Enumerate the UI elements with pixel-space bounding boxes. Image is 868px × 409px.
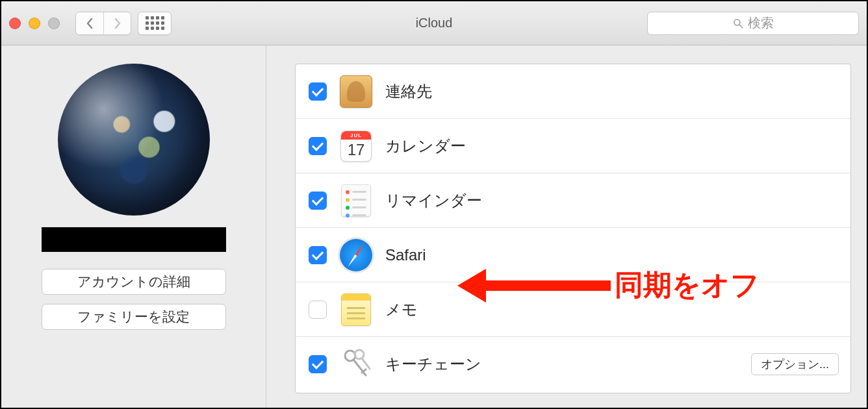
service-row-notes: メモ bbox=[296, 282, 850, 337]
service-row-keychain: キーチェーンオプション... bbox=[296, 337, 850, 391]
account-details-button[interactable]: アカウントの詳細 bbox=[42, 269, 226, 295]
search-placeholder: 検索 bbox=[748, 14, 774, 32]
service-keychain-options-button[interactable]: オプション... bbox=[751, 353, 839, 375]
service-contacts-checkbox[interactable] bbox=[309, 82, 327, 101]
grid-icon bbox=[146, 16, 164, 30]
service-safari-label: Safari bbox=[385, 246, 426, 264]
service-contacts-label: 連絡先 bbox=[385, 81, 432, 102]
service-notes-checkbox[interactable] bbox=[309, 301, 327, 319]
service-row-safari: Safari bbox=[296, 228, 850, 282]
service-reminders-checkbox[interactable] bbox=[309, 192, 327, 210]
service-calendar-label: カレンダー bbox=[385, 136, 466, 156]
forward-button[interactable] bbox=[103, 12, 131, 34]
account-name-redacted bbox=[42, 227, 226, 252]
window-title: iCloud bbox=[416, 16, 453, 31]
notes-icon bbox=[341, 293, 371, 326]
show-all-button[interactable] bbox=[138, 12, 172, 35]
reminders-icon bbox=[341, 184, 371, 217]
family-setup-button[interactable]: ファミリーを設定 bbox=[42, 304, 226, 330]
service-notes-label: メモ bbox=[385, 299, 418, 320]
calendar-icon: JUL17 bbox=[340, 130, 372, 162]
options-label: オプション... bbox=[761, 356, 829, 372]
service-reminders-label: リマインダー bbox=[385, 190, 482, 211]
chevron-left-icon bbox=[86, 18, 94, 29]
close-window-button[interactable] bbox=[9, 18, 21, 29]
family-setup-label: ファミリーを設定 bbox=[77, 308, 190, 326]
back-button[interactable] bbox=[76, 12, 103, 34]
service-keychain-checkbox[interactable] bbox=[309, 355, 327, 373]
svg-line-1 bbox=[739, 25, 743, 28]
zoom-window-button[interactable] bbox=[48, 18, 60, 29]
safari-icon bbox=[340, 239, 372, 271]
contacts-icon bbox=[340, 75, 372, 108]
traffic-lights bbox=[9, 18, 60, 29]
chevron-right-icon bbox=[114, 18, 121, 29]
account-avatar-globe-icon bbox=[58, 64, 210, 216]
service-calendar-checkbox[interactable] bbox=[309, 137, 327, 155]
service-row-calendar: JUL17カレンダー bbox=[296, 119, 850, 173]
keychain-icon bbox=[340, 347, 372, 382]
nav-group bbox=[75, 12, 131, 35]
search-icon bbox=[732, 18, 744, 29]
icloud-services-list: 連絡先JUL17カレンダーリマインダーSafariメモキーチェーンオプション..… bbox=[295, 64, 851, 393]
svg-point-0 bbox=[734, 19, 740, 25]
titlebar: iCloud 検索 bbox=[1, 1, 867, 45]
service-row-contacts: 連絡先 bbox=[296, 64, 850, 119]
search-input[interactable]: 検索 bbox=[647, 12, 859, 35]
svg-line-6 bbox=[362, 358, 370, 369]
account-details-label: アカウントの詳細 bbox=[77, 273, 190, 291]
service-safari-checkbox[interactable] bbox=[309, 246, 327, 264]
service-row-reminders: リマインダー bbox=[296, 173, 850, 228]
service-keychain-label: キーチェーン bbox=[385, 354, 481, 375]
sidebar: アカウントの詳細 ファミリーを設定 bbox=[1, 45, 266, 409]
minimize-window-button[interactable] bbox=[29, 18, 40, 29]
